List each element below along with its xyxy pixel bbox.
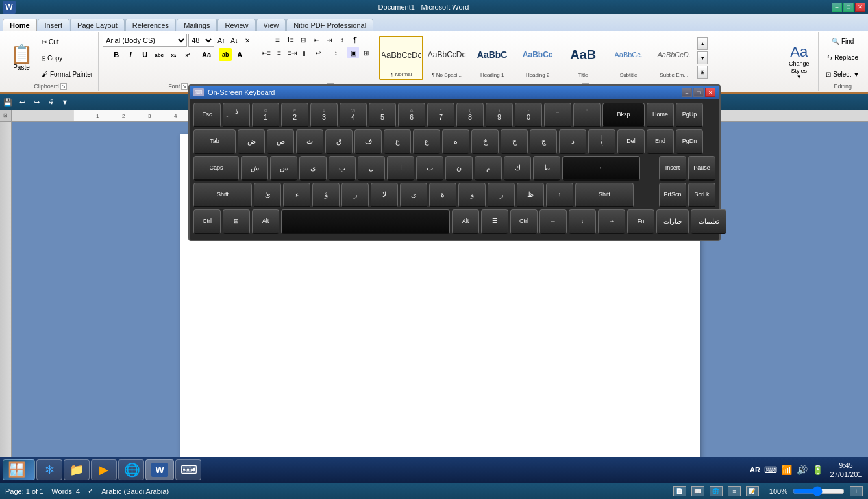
key-alt-right[interactable]: Alt [452, 209, 479, 234]
key-y[interactable]: غ [384, 129, 411, 154]
style-heading2-button[interactable]: AaBbCc Heading 2 [515, 36, 560, 80]
key-k[interactable]: ن [445, 156, 473, 181]
key-x[interactable]: ء [283, 183, 310, 207]
key-j[interactable]: ت [416, 156, 443, 181]
key-2[interactable]: #2 [281, 103, 308, 127]
customize-qa-button[interactable]: ▼ [58, 96, 71, 108]
key-m[interactable]: ة [429, 183, 456, 207]
key-c[interactable]: ؤ [312, 183, 340, 207]
key-6[interactable]: &6 [398, 103, 425, 127]
highlight-button[interactable]: ab [219, 48, 232, 61]
taskbar-word-button[interactable]: W [145, 459, 174, 480]
key-8[interactable]: (8 [456, 103, 484, 127]
start-button[interactable]: 🪟 [3, 459, 35, 480]
on-screen-keyboard[interactable]: ⌨ On-Screen Keyboard – □ ✕ Esc ذّ @1 #2 … [188, 84, 721, 241]
osk-close-button[interactable]: ✕ [705, 88, 715, 97]
key-alt-left[interactable]: Alt [252, 209, 279, 234]
change-case-button[interactable]: Aa [200, 48, 213, 61]
strikethrough-button[interactable]: abc [153, 48, 166, 61]
language-indicator[interactable]: AR [749, 463, 762, 476]
key-0[interactable]: -0 [515, 103, 542, 127]
key-pgup[interactable]: PgUp [676, 103, 703, 127]
key-equals[interactable]: += [573, 103, 601, 127]
system-clock[interactable]: 9:45 27/01/201 [826, 461, 865, 480]
justify-button[interactable]: ⫼ [299, 47, 311, 58]
multi-list-button[interactable]: ⊟ [297, 34, 309, 45]
key-arabic-help[interactable]: تعليمات [691, 209, 726, 234]
borders-button[interactable]: ⊞ [360, 47, 372, 58]
key-l[interactable]: م [475, 156, 502, 181]
increase-font-button[interactable]: A↑ [216, 34, 227, 46]
key-up[interactable]: ↑ [546, 183, 573, 207]
sort-button[interactable]: ↕ [336, 34, 348, 45]
close-button[interactable]: ✕ [855, 3, 865, 12]
key-right[interactable]: → [598, 209, 625, 234]
key-backspace[interactable]: Bksp [602, 103, 645, 127]
key-p[interactable]: ح [501, 129, 528, 154]
taskbar-snowflake-button[interactable]: ❄ [36, 459, 62, 480]
subscript-button[interactable]: x₂ [167, 48, 180, 61]
decrease-font-button[interactable]: A↓ [229, 34, 240, 46]
font-expand-button[interactable]: ↘ [181, 83, 188, 90]
paste-button[interactable]: 📋 Paste [5, 34, 38, 82]
styles-expand-button[interactable]: ⊞ [697, 66, 708, 79]
key-a[interactable]: ش [241, 156, 268, 181]
key-tab[interactable]: Tab [193, 129, 236, 154]
font-size-select[interactable]: 48 [188, 34, 214, 47]
key-menu[interactable]: ☰ [481, 209, 508, 234]
rtl-button[interactable]: ↩ [312, 47, 324, 58]
key-quote[interactable]: ط [533, 156, 560, 181]
key-v[interactable]: ر [341, 183, 369, 207]
tab-view[interactable]: View [256, 19, 286, 31]
style-title-button[interactable]: AaB Title [561, 36, 605, 80]
numbering-button[interactable]: 1≡ [284, 34, 296, 45]
tab-review[interactable]: Review [217, 19, 255, 31]
zoom-slider[interactable] [793, 486, 845, 496]
show-marks-button[interactable]: ¶ [349, 34, 361, 45]
increase-indent-button[interactable]: ⇥ [323, 34, 335, 45]
key-win[interactable]: ⊞ [223, 209, 250, 234]
save-qa-button[interactable]: 💾 [1, 96, 14, 108]
volume-icon[interactable]: 🔊 [795, 463, 808, 476]
window-controls[interactable]: – □ ✕ [832, 3, 865, 12]
italic-button[interactable]: I [124, 48, 137, 61]
taskbar-folder-button[interactable]: 📁 [64, 459, 90, 480]
view-web-button[interactable]: 🌐 [710, 486, 723, 496]
style-heading1-button[interactable]: AaBbC Heading 1 [470, 36, 514, 80]
key-3[interactable]: $3 [310, 103, 338, 127]
key-space[interactable] [281, 209, 450, 234]
key-q[interactable]: ض [238, 129, 265, 154]
minimize-button[interactable]: – [832, 3, 842, 12]
font-name-select[interactable]: Arial (Body CS) [103, 34, 187, 47]
key-minus[interactable]: _- [544, 103, 571, 127]
key-ctrl-left[interactable]: Ctrl [193, 209, 221, 234]
key-s[interactable]: س [270, 156, 297, 181]
key-d[interactable]: ي [299, 156, 327, 181]
copy-button[interactable]: ⎘ Copy [39, 53, 95, 63]
line-spacing-button[interactable]: ↕ [330, 47, 341, 58]
tab-page-layout[interactable]: Page Layout [70, 19, 125, 31]
taskbar-chrome-button[interactable]: 🌐 [118, 459, 144, 480]
underline-button[interactable]: U [138, 48, 151, 61]
view-draft-button[interactable]: 📝 [746, 486, 759, 496]
style-no-spacing-button[interactable]: AaBbCcDc ¶ No Spaci... [425, 36, 469, 80]
select-button[interactable]: ⊡ Select ▼ [823, 69, 863, 80]
clear-format-button[interactable]: ✕ [242, 34, 253, 46]
taskbar-media-button[interactable]: ▶ [91, 459, 117, 480]
style-subtle-button[interactable]: AaBbCcD. Subtle Em... [652, 36, 696, 80]
view-print-button[interactable]: 📄 [673, 486, 686, 496]
key-rbracket[interactable]: د [559, 129, 586, 154]
key-e[interactable]: ث [296, 129, 323, 154]
key-semicolon[interactable]: ك [504, 156, 531, 181]
osk-minimize-button[interactable]: – [682, 88, 692, 97]
keyboard-layout-icon[interactable]: ⌨ [764, 463, 777, 476]
styles-scroll-down-button[interactable]: ▼ [697, 51, 708, 64]
key-i[interactable]: ه [442, 129, 469, 154]
format-painter-button[interactable]: 🖌 Format Painter [39, 70, 95, 79]
bullets-button[interactable]: ≡ [271, 34, 283, 45]
key-9[interactable]: )9 [486, 103, 513, 127]
style-normal-button[interactable]: AaBbCcDc ¶ Normal [379, 36, 423, 80]
shading-button[interactable]: ▣ [347, 47, 359, 58]
tab-home[interactable]: Home [3, 19, 37, 31]
key-esc[interactable]: Esc [193, 103, 221, 127]
